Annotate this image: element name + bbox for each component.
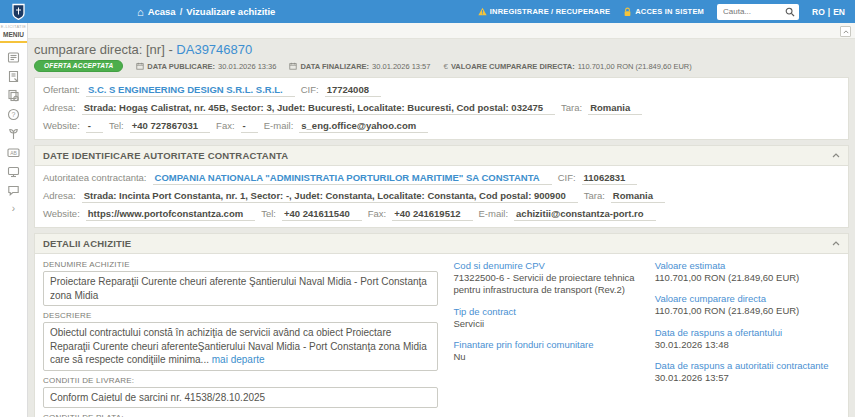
supplier-address-label: Adresa:: [43, 102, 76, 113]
authority-address-label: Adresa:: [43, 190, 76, 201]
bidder-response-value: 30.01.2026 13:48: [655, 339, 840, 351]
lang-en-link[interactable]: EN: [833, 7, 845, 17]
authority-tel-value: +40 241611540: [282, 208, 362, 221]
supplier-country-value: Romania: [588, 102, 642, 115]
svg-text:AB: AB: [10, 150, 17, 156]
details-right-column: Valoare estimata 110.701,00 RON (21.849,…: [655, 260, 840, 417]
details-section-header[interactable]: DETALII ACHIZITIE: [35, 234, 848, 254]
livrare-value: Conform Caietul de sarcini nr. 41538/28.…: [43, 387, 438, 409]
authority-website-link[interactable]: https://www.portofconstantza.com: [86, 208, 255, 221]
supplier-email-value: s_eng.office@yahoo.com: [299, 120, 428, 133]
cpv-label: Cod si denumire CPV: [454, 260, 639, 271]
publish-date-value: 30.01.2026 13:36: [218, 62, 276, 71]
purchase-value-amount: 110.701,00 RON (21.849,60 EUR): [578, 62, 692, 71]
supplier-cif-label: CIF:: [301, 84, 319, 95]
authority-website-label: Website:: [43, 208, 80, 219]
page-title: cumparare directa: [nr] - DA39746870: [28, 39, 855, 58]
meta-row: OFERTA ACCEPTATA DATA PUBLICARE: 30.01.2…: [28, 58, 855, 77]
scroll-up-button[interactable]: [840, 26, 851, 37]
denumire-value: Proiectare Reparaţii Curente cheuri afer…: [43, 271, 438, 306]
magnifier-icon: [785, 7, 795, 17]
supplier-tel-value: +40 727867031: [130, 120, 210, 133]
contract-type-item: Tip de contract Servicii: [454, 306, 639, 330]
estimated-value-value: 110.701,00 RON (21.849,60 EUR): [655, 272, 840, 284]
chevron-right-icon[interactable]: ›: [12, 203, 15, 214]
toolbar-strip: [28, 23, 855, 39]
supplier-website-value: -: [86, 120, 103, 133]
home-icon: ⌂: [137, 7, 144, 17]
chat-icon[interactable]: [7, 184, 20, 197]
authority-row-name: Autoritatea contractanta: COMPANIA NATIO…: [43, 170, 840, 188]
supplier-country-label: Tara:: [561, 102, 582, 113]
title-prefix: cumparare directa: [nr] -: [34, 42, 173, 57]
authority-fax-value: +40 241619512: [392, 208, 472, 221]
header-actions: INREGISTRARE / RECUPERARE ACCES IN SISTE…: [478, 4, 847, 20]
ab-box-icon[interactable]: AB: [7, 146, 20, 159]
lock-icon: [623, 7, 632, 17]
field-descriere: DESCRIERE Obiectul contractului constă î…: [43, 311, 438, 371]
purchase-value-label: VALOARE CUMPARARE DIRECTA:: [451, 62, 575, 71]
authority-country-value: Romania: [611, 190, 665, 203]
supplier-row-address: Adresa: Strada: Hogaş Calistrat, nr. 45B…: [43, 100, 840, 118]
supplier-name-link[interactable]: S.C. S ENGINEERING DESIGN S.R.L. S.R.L.: [86, 84, 295, 97]
authority-fax-label: Fax:: [368, 208, 386, 219]
authority-name-link[interactable]: COMPANIA NATIONALA "ADMINISTRATIA PORTUR…: [153, 172, 552, 185]
search-input[interactable]: [721, 6, 785, 17]
authority-address-value: Strada: Incinta Port Constanta, nr. 1, S…: [82, 190, 578, 203]
login-link[interactable]: ACCES IN SISTEM: [623, 7, 704, 17]
svg-text:?: ?: [12, 111, 16, 118]
supplier-row-name: Ofertant: S.C. S ENGINEERING DESIGN S.R.…: [43, 82, 840, 100]
supplier-panel: Ofertant: S.C. S ENGINEERING DESIGN S.R.…: [34, 77, 849, 140]
publish-date-label: DATA PUBLICARE:: [147, 62, 215, 71]
seedling-icon[interactable]: [7, 127, 20, 140]
app-window: ⌂ Acasa / Vizualizare achizitie INREGIST…: [0, 0, 855, 417]
authority-response-item: Data de raspuns a autoritatii contractan…: [655, 360, 840, 384]
lang-ro-link[interactable]: RO: [812, 7, 825, 17]
help-icon[interactable]: ?: [7, 108, 20, 121]
supplier-tel-label: Tel:: [109, 120, 124, 131]
search-button[interactable]: [785, 7, 795, 17]
estimated-value-item: Valoare estimata 110.701,00 RON (21.849,…: [655, 260, 840, 284]
main-content: cumparare directa: [nr] - DA39746870 OFE…: [28, 23, 855, 417]
authority-cif-value: 11062831: [582, 172, 638, 185]
breadcrumb-separator: /: [180, 6, 183, 17]
bidder-response-item: Data de raspuns a ofertantului 30.01.202…: [655, 327, 840, 351]
publish-date: DATA PUBLICARE: 30.01.2026 13:36: [136, 62, 276, 71]
language-switch: RO | EN: [812, 7, 845, 17]
supplier-fax-value: -: [241, 120, 258, 133]
field-denumire: DENUMIRE ACHIZITIE Proiectare Reparaţii …: [43, 260, 438, 306]
plata-label: CONDITII DE PLATA:: [43, 413, 438, 417]
livrare-label: CONDITII DE LIVRARE:: [43, 376, 438, 385]
login-label: ACCES IN SISTEM: [635, 7, 704, 16]
supplier-label: Ofertant:: [43, 84, 80, 95]
register-recover-link[interactable]: INREGISTRARE / RECUPERARE: [478, 7, 610, 16]
breadcrumb: ⌂ Acasa / Vizualizare achizitie: [137, 6, 275, 17]
register-recover-label: INREGISTRARE / RECUPERARE: [490, 7, 610, 16]
supplier-row-contact: Website: - Tel: +40 727867031 Fax: - E-m…: [43, 118, 840, 136]
authority-section-header[interactable]: DATE IDENTIFICARE AUTORITATE CONTRACTANT…: [35, 146, 848, 166]
supplier-address-value: Strada: Hogaş Calistrat, nr. 45B, Sector…: [82, 102, 555, 115]
bidder-response-label: Data de raspuns a ofertantului: [655, 327, 840, 338]
authority-label: Autoritatea contractanta:: [43, 172, 147, 183]
authority-panel: DATE IDENTIFICARE AUTORITATE CONTRACTANT…: [34, 145, 849, 228]
field-livrare: CONDITII DE LIVRARE: Conform Caietul de …: [43, 376, 438, 409]
eu-funding-label: Finantare prin fonduri comunitare: [454, 339, 639, 350]
search-box: [717, 4, 799, 20]
breadcrumb-home-link[interactable]: Acasa: [148, 6, 176, 17]
direct-purchase-value-label: Valoare cumparare directa: [655, 293, 840, 304]
news-icon[interactable]: [7, 51, 20, 64]
chevron-up-icon[interactable]: [832, 153, 840, 158]
authority-row-contact: Website: https://www.portofconstantza.co…: [43, 206, 840, 224]
read-more-link[interactable]: mai departe: [212, 354, 265, 365]
field-plata: CONDITII DE PLATA: Cu OP in termen de 30…: [43, 413, 438, 417]
app-logo[interactable]: [12, 3, 25, 20]
authority-email-value: achizitii@constantza-port.ro: [514, 208, 656, 221]
notice-number-link[interactable]: DA39746870: [176, 42, 252, 57]
contract-type-label: Tip de contract: [454, 306, 639, 317]
supplier-cif-value: 17724008: [325, 84, 381, 97]
requests-icon[interactable]: [7, 70, 20, 83]
monitor-icon[interactable]: [7, 165, 20, 178]
contract-type-value: Servicii: [454, 318, 639, 330]
chevron-up-icon[interactable]: [832, 241, 840, 246]
copy-pages-icon[interactable]: [7, 89, 20, 102]
